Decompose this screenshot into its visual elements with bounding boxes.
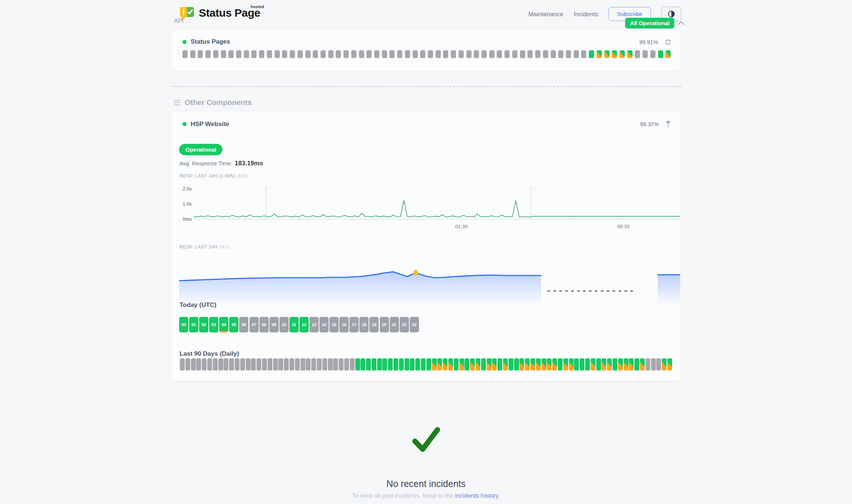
uptime-cell: [246, 358, 251, 371]
uptime-cell: [382, 50, 387, 58]
uptime-cell: [551, 50, 556, 58]
uptime-cell: [305, 50, 311, 58]
hour-cell-05: 05: [229, 317, 238, 332]
uptime-cell: [388, 358, 393, 371]
uptime-cell: [459, 358, 464, 371]
hsp-website-card: HSP Website 99.32% Operational Avg. Resp…: [171, 111, 681, 382]
uptime-cell: [566, 50, 571, 58]
uptime-cell: [317, 358, 322, 371]
section-divider: [171, 86, 681, 87]
today-utc-title: Today (UTC): [180, 301, 217, 309]
uptime-cell: [569, 358, 574, 371]
uptime-cell: [667, 358, 672, 371]
uptime-cell: [527, 50, 533, 58]
svg-text:2.0s: 2.0s: [182, 186, 192, 192]
uptime-cell: [612, 50, 617, 58]
uptime-cell: [613, 358, 617, 371]
arrow-up-dashed-icon[interactable]: [665, 120, 671, 128]
nav-incidents[interactable]: Incidents: [574, 11, 598, 18]
uptime-cell: [585, 358, 590, 371]
hour-cell-04: 04: [219, 317, 228, 332]
uptime-cell: [382, 358, 387, 371]
uptime-cell: [604, 50, 610, 58]
uptime-cell: [399, 358, 404, 371]
incidents-history-link[interactable]: incidents history: [455, 492, 498, 499]
hour-cell-16: 16: [339, 317, 349, 332]
uptime-cell: [196, 358, 201, 371]
uptime-cell: [366, 50, 372, 58]
hour-cell-09: 09: [269, 317, 279, 332]
response-time-area-chart: [179, 256, 680, 312]
uptime-cell: [372, 358, 376, 371]
uptime-cell: [451, 50, 456, 58]
hour-cell-20: 20: [380, 317, 389, 332]
uptime-cell: [236, 50, 241, 58]
today-hour-strip: 0001020304050607080910111213141516171819…: [179, 317, 419, 332]
uptime-cell: [651, 358, 656, 371]
uptime-cell: [665, 50, 671, 58]
uptime-cell: [221, 50, 226, 58]
svg-text:1.0s: 1.0s: [182, 201, 192, 207]
uptime-cell: [589, 50, 594, 58]
hour-cell-10: 10: [279, 317, 289, 332]
uptime-cell: [306, 358, 311, 371]
incidents-history-line: To view all past incidents, head to the …: [171, 492, 681, 499]
last-90-days-strip: [180, 358, 672, 371]
brand-logo[interactable]: ! Status Page hosted: [178, 4, 260, 21]
uptime-cell: [581, 50, 586, 58]
uptime-cell: [519, 358, 524, 371]
hour-cell-13: 13: [309, 317, 319, 332]
uptime-percentage: 99.91%: [639, 39, 658, 45]
uptime-cell: [295, 358, 300, 371]
component-name: HSP Website: [191, 121, 229, 128]
uptime-cell: [454, 358, 459, 371]
uptime-cell: [443, 358, 447, 371]
uptime-cell: [259, 50, 264, 58]
hour-cell-01: 01: [189, 317, 198, 332]
uptime-cell: [464, 358, 469, 371]
uptime-cell: [650, 50, 655, 58]
uptime-cell: [180, 358, 185, 371]
uptime-cell: [328, 358, 333, 371]
uptime-cell: [251, 50, 256, 58]
no-incidents-check: [171, 426, 681, 454]
uptime-cell: [466, 50, 472, 58]
uptime-cell: [470, 358, 475, 371]
uptime-cell: [558, 358, 563, 371]
uptime-cell: [543, 50, 548, 58]
uptime-cell: [360, 358, 365, 371]
uptime-cell: [514, 358, 519, 371]
uptime-cell: [397, 50, 402, 58]
uptime-cell: [520, 50, 525, 58]
uptime-cell: [574, 358, 579, 371]
refresh-icon[interactable]: [665, 39, 671, 45]
uptime-cell: [563, 358, 568, 371]
uptime-cell: [313, 50, 318, 58]
uptime-cell: [218, 358, 223, 371]
uptime-cell: [421, 358, 426, 371]
uptime-cell: [336, 50, 341, 58]
hour-cell-07: 07: [249, 317, 259, 332]
uptime-cell: [492, 358, 497, 371]
uptime-cell: [343, 50, 349, 58]
nav-maintenance[interactable]: Maintenance: [529, 11, 563, 18]
uptime-cell: [536, 358, 541, 371]
uptime-cell: [235, 358, 239, 371]
uptime-cell: [405, 50, 410, 58]
uptime-cell: [474, 50, 479, 58]
uptime-cell: [311, 358, 316, 371]
uptime-cell: [428, 50, 433, 58]
uptime-cell: [415, 358, 420, 371]
uptime-cell: [284, 358, 289, 371]
uptime-cell: [290, 50, 295, 58]
big-check-icon: [411, 426, 441, 453]
grid-icon: [174, 99, 181, 106]
chevron-up-icon[interactable]: [678, 21, 684, 25]
uptime-cell: [525, 358, 530, 371]
response-time-line-chart: 2.0s1.0s0ms01:3009:30: [179, 185, 680, 231]
uptime-cell: [558, 50, 563, 58]
uptime-cell: [393, 358, 398, 371]
uptime-cell: [437, 358, 442, 371]
uptime-cell: [574, 50, 579, 58]
status-badge[interactable]: All Operational: [625, 18, 674, 28]
